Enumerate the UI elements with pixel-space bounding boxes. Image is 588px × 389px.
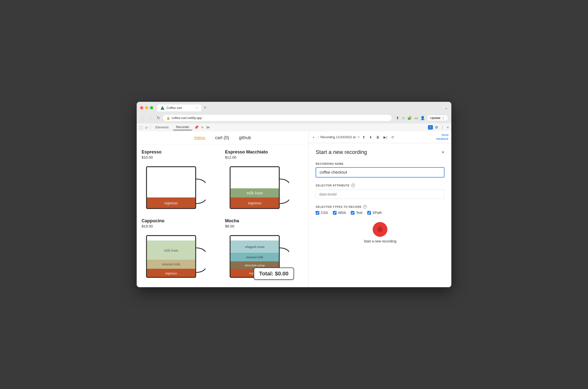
- replay-button[interactable]: ↺: [390, 135, 395, 140]
- macchiato-cup: espresso milk foam: [225, 162, 289, 213]
- selector-types-label: SELECTOR TYPES TO RECORD ?: [316, 205, 444, 209]
- upload-button[interactable]: ⬆: [361, 135, 366, 140]
- selector-attribute-section: SELECTOR ATTRIBUTE ?: [316, 183, 444, 199]
- profile-icon[interactable]: 👤: [420, 115, 426, 121]
- address-text: coffee-cart.netlify.app: [172, 116, 202, 120]
- minimize-traffic-light[interactable]: [145, 106, 148, 109]
- recorder-pin-icon[interactable]: 📌: [194, 125, 199, 130]
- checkbox-aria-input[interactable]: [333, 211, 337, 215]
- macchiato-name: Espresso Macchiato: [225, 150, 304, 155]
- update-button-label: Update: [430, 116, 440, 120]
- send-feedback-link[interactable]: Sendfeedback: [436, 133, 448, 141]
- selector-types-help-icon[interactable]: ?: [363, 205, 367, 209]
- share-icon[interactable]: ⬆: [396, 115, 400, 121]
- svg-text:whipped cream: whipped cream: [245, 245, 265, 249]
- delete-recording-button[interactable]: 🗑: [375, 135, 380, 140]
- selector-attribute-help-icon[interactable]: ?: [351, 183, 355, 187]
- coffee-grid: Espresso $10.00 espresso: [137, 145, 309, 287]
- devtools-settings-icon[interactable]: ⚙: [434, 125, 438, 130]
- coffee-item-macchiato[interactable]: Espresso Macchiato $12.00 espresso: [225, 150, 304, 213]
- devtools-menu-icon[interactable]: ⋮: [440, 125, 445, 130]
- checkbox-css[interactable]: CSS: [316, 211, 328, 215]
- macchiato-price: $12.00: [225, 155, 304, 159]
- fullscreen-traffic-light[interactable]: [150, 106, 153, 109]
- recording-selector[interactable]: Recording 11/23/2022 at : ▾: [321, 135, 360, 139]
- coffee-item-mocha[interactable]: Mocha $8.00 espresso choco: [225, 218, 304, 282]
- mocha-price: $8.00: [225, 224, 304, 228]
- browser-window: Coffee cart × + ⌄ ← → ↻ 🔒 coffee-cart.ne…: [137, 102, 451, 287]
- main-content: menu cart (0) github Espresso $10.00: [137, 131, 451, 287]
- toolbar-separator: |: [318, 135, 319, 139]
- start-recording-section: Start a new recording: [316, 222, 444, 243]
- lock-icon: 🔒: [166, 116, 170, 120]
- cappucino-price: $19.00: [142, 224, 220, 228]
- active-tab[interactable]: Coffee cart ×: [157, 104, 201, 111]
- start-recording-button[interactable]: [373, 222, 387, 237]
- devtools-close-icon[interactable]: ×: [446, 125, 449, 130]
- dialog-header: Start a new recording ×: [316, 149, 444, 155]
- espresso-name: Espresso: [142, 150, 220, 155]
- checkbox-aria-label: ARIA: [338, 211, 346, 215]
- recording-dropdown-arrow: ▾: [358, 136, 359, 138]
- tab-close-icon[interactable]: ×: [196, 106, 198, 110]
- devtools-badge: 2: [428, 125, 433, 130]
- reload-button[interactable]: ↻: [156, 115, 161, 121]
- checkbox-css-label: CSS: [321, 211, 328, 215]
- cappucino-cup: espresso steamed milk milk foam: [142, 231, 206, 282]
- download-button[interactable]: ⬇: [368, 135, 373, 140]
- update-chevron-icon: ⋮: [441, 116, 445, 120]
- coffee-item-cappucino[interactable]: Cappucino $19.00 espresso: [142, 218, 220, 282]
- nav-menu[interactable]: menu: [194, 135, 205, 140]
- svg-text:espresso: espresso: [164, 201, 178, 205]
- tab-title: Coffee cart: [166, 106, 182, 110]
- dialog-close-button[interactable]: ×: [441, 150, 444, 155]
- sidebar-icon[interactable]: ▭: [414, 115, 418, 121]
- selector-attribute-input[interactable]: [316, 189, 444, 199]
- bookmark-icon[interactable]: ☆: [401, 115, 405, 121]
- tab-elements[interactable]: Elements: [153, 125, 172, 130]
- new-tab-button[interactable]: +: [201, 104, 209, 111]
- total-badge: Total: $0.00: [254, 267, 294, 280]
- tab-bar: Coffee cart × + ⌄: [157, 104, 448, 111]
- checkbox-xpath[interactable]: XPath: [367, 211, 382, 215]
- devtools-close-recorder[interactable]: ×: [201, 125, 204, 130]
- extensions-icon[interactable]: 🧩: [407, 115, 412, 121]
- address-bar: ← → ↻ 🔒 coffee-cart.netlify.app ⬆ ☆ 🧩 ▭ …: [137, 113, 451, 123]
- recording-name-display: Recording 11/23/2022 at :: [321, 135, 357, 139]
- back-button[interactable]: ←: [140, 115, 146, 121]
- checkbox-xpath-input[interactable]: [367, 211, 371, 215]
- svg-text:milk foam: milk foam: [164, 249, 178, 252]
- recording-toolbar: + | Recording 11/23/2022 at : ▾ ⬆ ⬇ 🗑 ▶|…: [309, 131, 451, 143]
- checkbox-text-label: Text: [356, 211, 362, 215]
- selector-types-section: SELECTOR TYPES TO RECORD ? CSS ARIA: [316, 205, 444, 215]
- address-input[interactable]: 🔒 coffee-cart.netlify.app: [163, 115, 392, 121]
- tab-recorder[interactable]: Recorder: [173, 124, 192, 130]
- checkbox-xpath-label: XPath: [372, 211, 382, 215]
- add-recording-button[interactable]: +: [312, 135, 316, 140]
- update-button[interactable]: Update ⋮: [427, 115, 448, 121]
- devtools-more-icon[interactable]: ≫: [206, 125, 210, 130]
- checkbox-text-input[interactable]: [351, 211, 354, 215]
- checkbox-aria[interactable]: ARIA: [333, 211, 346, 215]
- nav-cart[interactable]: cart (0): [215, 135, 229, 140]
- nav-github[interactable]: github: [239, 135, 251, 140]
- svg-text:espresso: espresso: [248, 201, 261, 205]
- coffee-item-espresso[interactable]: Espresso $10.00 espresso: [142, 150, 220, 213]
- title-bar: Coffee cart × + ⌄: [137, 102, 451, 113]
- mocha-cup: espresso chocolate syrup steamed milk wh…: [225, 231, 289, 282]
- checkbox-css-input[interactable]: [316, 211, 319, 215]
- devtools-inspect-icon[interactable]: ⬚: [139, 125, 143, 130]
- svg-text:espresso: espresso: [165, 271, 177, 275]
- window-end-chevron: ⌄: [445, 105, 448, 110]
- recording-name-section: RECORDING NAME: [316, 162, 444, 178]
- checkbox-text[interactable]: Text: [351, 211, 362, 215]
- selector-attribute-label: SELECTOR ATTRIBUTE ?: [316, 183, 444, 187]
- svg-text:milk foam: milk foam: [246, 191, 263, 195]
- dialog-title: Start a new recording: [316, 149, 367, 155]
- dialog-content: Start a new recording × RECORDING NAME S…: [309, 143, 451, 249]
- forward-button[interactable]: →: [148, 115, 154, 121]
- close-traffic-light[interactable]: [140, 106, 143, 109]
- recording-name-input[interactable]: [316, 167, 444, 178]
- play-button[interactable]: ▶|: [382, 135, 388, 140]
- devtools-device-icon[interactable]: ▱: [145, 125, 149, 130]
